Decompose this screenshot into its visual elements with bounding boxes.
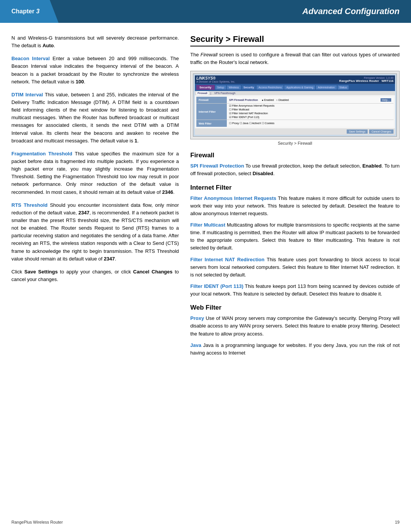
filter-anon-paragraph: Filter Anonymous Internet Requests This …	[190, 195, 400, 217]
ss-label-internet-filter: Internet Filter	[196, 104, 227, 120]
ss-filter-ident: ☑ Filter IDENT (Port 113)	[229, 116, 259, 119]
beacon-interval-term: Beacon Interval	[11, 56, 50, 61]
section-title: Security > Firewall	[190, 34, 400, 46]
rts-threshold-term: RTS Threshold	[11, 202, 48, 208]
ss-firmware: Firmware Version: 1.0.00	[339, 77, 393, 79]
ss-nav-setup[interactable]: Setup	[215, 85, 226, 89]
ss-tab-row: Firewall | VPN Passthrough	[195, 91, 395, 95]
ss-web-proxy: ☐ Proxy	[229, 122, 239, 125]
ss-web-java: ☐ Java	[240, 122, 249, 125]
filter-multicast-term: Filter Multicast	[190, 222, 225, 228]
ss-row-firewall: Firewall SPI Firewall Protection ● Enabl…	[196, 97, 393, 104]
ss-nav-status[interactable]: Status	[338, 85, 349, 89]
ss-content: Firewall SPI Firewall Protection ● Enabl…	[195, 95, 395, 128]
intro-right: The Firewall screen is used to configure…	[190, 51, 400, 66]
right-column: Security > Firewall The Firewall screen …	[190, 34, 400, 361]
java-paragraph: Java Java is a programming language for …	[190, 342, 400, 357]
filter-nat-term: Filter Internet NAT Redirection	[190, 257, 264, 262]
web-filter-title: Web Filter	[190, 304, 400, 312]
ss-subtitle: A Division of Cisco Systems, Inc.	[196, 80, 235, 83]
rts-threshold-paragraph: RTS Threshold Should you encounter incon…	[11, 201, 179, 263]
ss-nav-left: Security	[196, 85, 215, 90]
left-column: N and Wireless-G transmissions but will …	[11, 34, 179, 361]
intro-paragraph: N and Wireless-G transmissions but will …	[11, 34, 179, 50]
filter-multicast-paragraph: Filter Multicast Multicasting allows for…	[190, 221, 400, 252]
page-header: Chapter 3 Advanced Configuration	[0, 0, 411, 23]
fragmentation-term: Fragmentation Threshold	[11, 151, 72, 157]
page-title-header: Advanced Configuration	[59, 0, 411, 23]
ss-nav-access[interactable]: Access Restrictions	[256, 85, 284, 89]
footer-right: 19	[395, 520, 400, 524]
ss-row-internet-filter: Internet Filter ☑ Filter Anonymous Inter…	[196, 104, 393, 120]
screenshot-caption: Security > Firewall	[190, 141, 400, 145]
ss-logo: LINKSYS®	[196, 76, 235, 80]
ss-web-cookies: ☐ Cookies	[262, 122, 274, 125]
ss-row-web-filter: Web Filter ☐ Proxy ☐ Java ☐ ActiveX ☐ Co…	[196, 120, 393, 127]
chapter-number: 3	[36, 8, 40, 15]
filter-ident-term: Filter IDENT (Port 113)	[190, 283, 243, 289]
ss-label-web-filter: Web Filter	[196, 120, 227, 127]
ss-nav-admin[interactable]: Administration	[316, 85, 336, 89]
fragmentation-paragraph: Fragmentation Threshold This value speci…	[11, 150, 179, 196]
proxy-term: Proxy	[190, 315, 204, 321]
ss-tab-separator: |	[209, 91, 212, 95]
chapter-label: Chapter	[11, 8, 34, 15]
page-footer: RangePlus Wireless Router 19	[11, 520, 400, 524]
ss-tab-vpn[interactable]: VPN Passthrough	[213, 91, 237, 95]
page-title: Advanced Configuration	[303, 6, 400, 16]
proxy-paragraph: Proxy Use of WAN proxy servers may compr…	[190, 315, 400, 337]
ss-help-btn[interactable]: Help...	[381, 98, 391, 102]
ss-cancel-button[interactable]: Cancel Changes	[369, 129, 393, 134]
chapter-tab: Chapter 3	[0, 0, 59, 23]
ss-nav-wireless[interactable]: Wireless	[227, 85, 241, 89]
ss-nav-apps[interactable]: Applications & Gaming	[284, 85, 315, 89]
beacon-interval-paragraph: Beacon Interval Enter a value between 20…	[11, 55, 179, 86]
ss-tab-firewall[interactable]: Firewall	[196, 91, 209, 95]
filter-anon-term: Filter Anonymous Internet Requests	[190, 195, 276, 201]
footer-left: RangePlus Wireless Router	[11, 520, 63, 524]
dtim-interval-term: DTIM Interval	[11, 92, 43, 97]
java-term: Java	[190, 342, 201, 348]
screenshot-box: LINKSYS® A Division of Cisco Systems, In…	[190, 71, 400, 139]
ss-value-web-filter: ☐ Proxy ☐ Java ☐ ActiveX ☐ Cookies	[227, 120, 393, 127]
ss-value-firewall: SPI Firewall Protection ● Enabled ○ Disa…	[227, 97, 393, 103]
ss-label-firewall: Firewall	[196, 97, 227, 103]
spi-term: SPI Firewall Protection	[190, 163, 244, 169]
firewall-section-title: Firewall	[190, 152, 400, 159]
internet-filter-title: Internet Filter	[190, 184, 400, 192]
ss-value-internet-filter: ☑ Filter Anonymous Internet Requests ☐ F…	[227, 104, 393, 120]
filter-ident-paragraph: Filter IDENT (Port 113) This feature kee…	[190, 283, 400, 298]
ss-filter-anon: ☑ Filter Anonymous Internet Requests	[229, 104, 274, 107]
ss-top-bar: LINKSYS® A Division of Cisco Systems, In…	[195, 75, 395, 84]
ss-footer: Save Settings Cancel Changes	[195, 128, 395, 135]
ss-web-activex: ☐ ActiveX	[249, 122, 261, 125]
save-settings-paragraph: Click Save Settings to apply your change…	[11, 268, 179, 283]
filter-nat-paragraph: Filter Internet NAT Redirection This fea…	[190, 256, 400, 279]
spi-paragraph: SPI Firewall Protection To use firewall …	[190, 162, 400, 177]
ss-nav-security[interactable]: Security	[242, 85, 256, 89]
screenshot-inner: LINKSYS® A Division of Cisco Systems, In…	[193, 73, 397, 137]
ss-filter-multicast: ☐ Filter Multicast	[229, 108, 249, 111]
ss-filter-nat: ☑ Filter Internet NAT Redirection	[229, 112, 268, 115]
ss-nav: Security Setup Wireless Security Access …	[195, 84, 395, 91]
ss-product: RangePlus Wireless Router WRT116	[339, 79, 393, 83]
dtim-interval-paragraph: DTIM Interval This value, between 1 and …	[11, 91, 179, 145]
ss-save-button[interactable]: Save Settings	[347, 129, 368, 134]
page-body: N and Wireless-G transmissions but will …	[0, 23, 411, 376]
